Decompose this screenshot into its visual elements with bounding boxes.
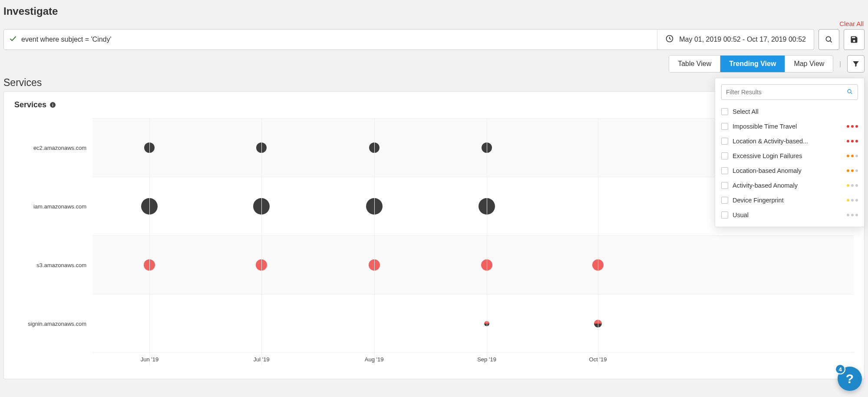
data-bubble[interactable]: [366, 198, 383, 215]
query-input[interactable]: event where subject = 'Cindy': [4, 30, 657, 50]
separator: |: [838, 60, 842, 67]
severity-dots: [847, 169, 858, 172]
svg-line-4: [851, 93, 852, 94]
y-axis-label: ec2.amazonaws.com: [14, 118, 92, 177]
data-bubble[interactable]: [479, 198, 495, 215]
filter-item[interactable]: Impossible Time Travel: [721, 119, 858, 134]
tab-table-view[interactable]: Table View: [669, 56, 720, 72]
data-bubble[interactable]: [484, 324, 489, 326]
filter-item[interactable]: Usual: [721, 208, 858, 222]
query-text: event where subject = 'Cindy': [21, 36, 112, 43]
data-bubble[interactable]: [592, 259, 604, 271]
filter-popover: Select All Impossible Time TravelLocatio…: [715, 78, 865, 227]
checkbox[interactable]: [721, 197, 728, 204]
data-bubble[interactable]: [144, 142, 155, 153]
filter-item-label: Excessive Login Failures: [733, 152, 842, 159]
filter-item-label: Impossible Time Travel: [733, 123, 842, 130]
info-icon[interactable]: i: [50, 102, 56, 108]
svg-point-1: [826, 36, 831, 41]
data-bubble[interactable]: [141, 198, 158, 215]
x-axis-label: Oct '19: [589, 356, 607, 363]
checkbox[interactable]: [721, 152, 728, 159]
checkbox[interactable]: [721, 212, 728, 218]
svg-line-2: [830, 41, 832, 43]
query-box: event where subject = 'Cindy' May 01, 20…: [3, 29, 814, 50]
data-bubble[interactable]: [144, 259, 155, 271]
filter-item[interactable]: Device Fingerprint: [721, 193, 858, 208]
data-bubble[interactable]: [594, 320, 602, 324]
data-bubble[interactable]: [256, 259, 267, 271]
filter-item-label: Location & Activity-based...: [733, 138, 842, 145]
checkbox[interactable]: [721, 167, 728, 174]
x-axis-label: Jul '19: [254, 356, 270, 363]
data-bubble[interactable]: [369, 142, 380, 153]
svg-point-3: [848, 89, 851, 93]
data-bubble[interactable]: [256, 142, 267, 153]
severity-dots: [847, 214, 858, 216]
data-bubble[interactable]: [594, 324, 602, 328]
x-axis-label: Sep '19: [477, 356, 496, 363]
filter-item[interactable]: Activity-based Anomaly: [721, 178, 858, 193]
chart-row: [92, 235, 854, 294]
data-bubble[interactable]: [253, 198, 270, 215]
checkbox[interactable]: [721, 138, 728, 145]
filter-search-input[interactable]: [726, 89, 846, 96]
view-switch: Table View Trending View Map View: [669, 55, 833, 73]
save-button[interactable]: [844, 29, 865, 50]
y-axis-label: signin.amazonaws.com: [14, 294, 92, 353]
data-bubble[interactable]: [482, 142, 492, 153]
y-axis-label: s3.amazonaws.com: [14, 235, 92, 294]
severity-dots: [847, 199, 858, 202]
filter-item[interactable]: Location-based Anomaly: [721, 163, 858, 178]
severity-dots: [847, 155, 858, 157]
filter-search[interactable]: [721, 84, 858, 100]
filter-item-label: Device Fingerprint: [733, 197, 842, 204]
filter-item-label: Location-based Anomaly: [733, 167, 842, 174]
filter-item[interactable]: Excessive Login Failures: [721, 149, 858, 163]
tab-trending-view[interactable]: Trending View: [720, 56, 785, 72]
checkbox[interactable]: [721, 123, 728, 130]
x-axis-label: Aug '19: [365, 356, 384, 363]
checkbox[interactable]: [721, 108, 728, 115]
severity-dots: [847, 140, 858, 142]
tab-map-view[interactable]: Map View: [785, 56, 833, 72]
filter-select-all[interactable]: Select All: [721, 104, 858, 119]
checkbox[interactable]: [721, 182, 728, 189]
clear-all-link[interactable]: Clear All: [839, 20, 864, 27]
filter-item[interactable]: Location & Activity-based...: [721, 134, 858, 149]
help-badge: 4: [835, 364, 845, 374]
y-axis-label: iam.amazonaws.com: [14, 177, 92, 235]
data-bubble[interactable]: [481, 259, 492, 271]
check-icon: [9, 35, 17, 45]
page-title: Investigate: [1, 5, 867, 20]
date-range-picker[interactable]: May 01, 2019 00:52 - Oct 17, 2019 00:52: [657, 30, 814, 50]
clock-icon: [665, 34, 674, 45]
chart-row: [92, 294, 854, 353]
severity-dots: [847, 125, 858, 128]
filter-item-label: Activity-based Anomaly: [733, 182, 842, 189]
search-icon[interactable]: [846, 88, 853, 96]
x-axis-label: Jun '19: [141, 356, 159, 363]
date-range-text: May 01, 2019 00:52 - Oct 17, 2019 00:52: [679, 36, 806, 43]
filter-button[interactable]: [847, 55, 865, 73]
data-bubble[interactable]: [369, 259, 380, 271]
severity-dots: [847, 184, 858, 187]
search-button[interactable]: [818, 29, 839, 50]
filter-item-label: Usual: [733, 212, 842, 218]
